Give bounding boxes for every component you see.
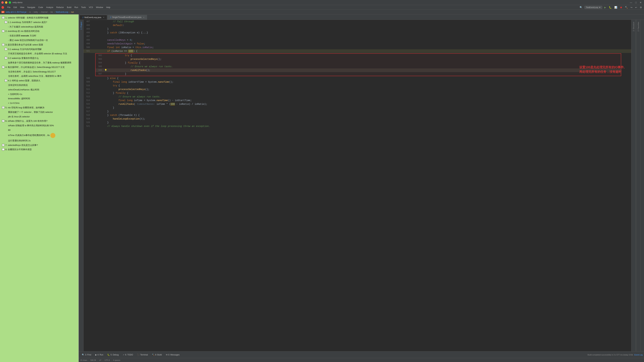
step-over-button[interactable]: ↪ (630, 6, 633, 9)
menu-navigate[interactable]: Navigate (26, 6, 36, 9)
close-dot[interactable] (1, 1, 4, 4)
list-item: 4.1 何时会 select 阻塞，阻塞多久 (2, 79, 76, 82)
build-button[interactable]: 🔨 (624, 6, 628, 9)
checkbox-5[interactable] (2, 106, 4, 109)
event-log-link[interactable]: Event Log (634, 354, 643, 356)
tab-single-thread[interactable]: J SingleThreadEventExecutor.java ✕ (108, 15, 147, 20)
settings-icon[interactable]: ⚙ (639, 6, 643, 9)
checkbox-1[interactable] (2, 16, 4, 19)
breadcrumb-class[interactable]: NioEventLoop (56, 11, 68, 13)
right-scrollbar[interactable] (641, 20, 644, 351)
bottom-tab-run[interactable]: ▶ 4: Run (94, 353, 105, 357)
list-item: 8. 在哪里区分不同事件类型 (2, 148, 76, 152)
project-sidebar-label[interactable]: 1: Project (80, 20, 82, 31)
code-editor[interactable]: 487 // fall through 488 default: 489 } (84, 20, 631, 351)
java-file-icon: J (82, 16, 83, 18)
item-6-text: 6. ioRatio 控制什么，设置为 100 有何作用? (5, 120, 48, 123)
chevron-down-icon[interactable]: ▼ (599, 6, 601, 8)
menu-code[interactable]: Code (37, 6, 44, 9)
bulb-icon[interactable]: 💡 (104, 68, 107, 72)
structure-sidebar-strip[interactable]: 2: Structure (631, 20, 636, 351)
menu-window[interactable]: Window (94, 6, 104, 9)
code-line-487: 487 // fall through (84, 20, 631, 24)
bottom-tab-messages[interactable]: ✉ 0: Messages (164, 353, 181, 357)
checkbox-2[interactable] (2, 30, 4, 32)
checkbox-1-1[interactable] (5, 21, 7, 23)
stop-button[interactable]: ⏹ (619, 6, 623, 9)
checkbox-3[interactable] (2, 44, 4, 46)
menu-run[interactable]: Run (73, 6, 80, 9)
minimize-dot[interactable] (5, 1, 8, 4)
run-button[interactable]: ▶ (604, 6, 607, 9)
breadcrumb-method[interactable]: run (71, 11, 74, 13)
menu-view[interactable]: View (18, 6, 26, 9)
run-config-selector[interactable]: TestEventLoop ▼ (584, 6, 602, 9)
window-controls[interactable] (1, 1, 11, 4)
menu-build[interactable]: Build (66, 6, 73, 9)
breadcrumb-io[interactable]: io (29, 11, 31, 13)
menu-file[interactable]: File (6, 6, 12, 9)
tab-nio-event-loop[interactable]: J NioEventLoop.java ✕ (80, 15, 107, 20)
tab-close-nio[interactable]: ✕ (103, 16, 104, 18)
build-msg-text: Build completed successfully in 3 s 577 … (588, 354, 633, 356)
checkbox-8[interactable] (2, 148, 4, 150)
checkbox-3-2[interactable] (5, 57, 7, 59)
run-tab-label: 4: Run (98, 354, 103, 356)
terminal-tab-label: Terminal (140, 354, 148, 356)
menu-tools[interactable]: Tools (80, 6, 87, 9)
code-line-518: 518 } catch (Throwable t) { (84, 113, 631, 117)
search-toolbar-icon[interactable]: 🔍 (579, 6, 583, 9)
checkbox-6[interactable] (2, 120, 4, 122)
bottom-tab-build[interactable]: 🔨 9: Build (150, 353, 164, 357)
code-line-513: 513 // Ensure we always run tasks. (84, 95, 631, 98)
checkbox-7[interactable] (2, 144, 4, 146)
status-encoding[interactable]: UTF-8 (104, 359, 110, 361)
item-3-1-text: 3.1 wakeup 方法中的代码如何理解 (8, 48, 42, 51)
breadcrumb-netty[interactable]: netty (34, 11, 38, 13)
status-position[interactable]: 506:39 (90, 359, 96, 361)
bottom-tab-todo[interactable]: ✓ 6: TODO (121, 353, 135, 357)
breadcrumb-channel[interactable]: channel (40, 11, 48, 13)
menu-refactor[interactable]: Refactor (55, 6, 65, 9)
bottom-tab-terminal[interactable]: ⬛ Terminal (135, 353, 150, 357)
menu-edit[interactable]: Edit (12, 6, 18, 9)
close-btn[interactable]: ✕ (639, 1, 643, 4)
coverage-button[interactable]: 📊 (614, 6, 618, 9)
status-line-ending[interactable]: LF (99, 359, 102, 361)
structure-sidebar-label[interactable]: 2: Structure (632, 20, 635, 33)
list-item: jdk 在 linux 的 selector (2, 115, 76, 118)
breadcrumb-nio[interactable]: nio (50, 11, 53, 13)
minimize-btn[interactable]: — (629, 1, 633, 4)
project-sidebar-strip[interactable]: 1: Project (79, 20, 84, 351)
status-indent[interactable]: 4 spaces (113, 359, 120, 361)
title-actions[interactable]: — □ ✕ (629, 1, 643, 4)
code-line-521: 521 // Always handle shutdown even if th… (84, 124, 631, 128)
list-item: 7. selectedKeys 优化是怎么回事? (2, 144, 76, 147)
app-icon: 🔴 (1, 6, 4, 9)
debug-bottom-icon: 🐛 (107, 354, 110, 356)
checkbox-3-1[interactable] (5, 48, 7, 50)
code-line-509: 509 final long ioStartTime = System.nano… (84, 80, 631, 84)
menu-vcs[interactable]: VCS (88, 6, 94, 9)
checkbox-4[interactable] (2, 66, 4, 68)
restore-btn[interactable]: □ (634, 1, 638, 4)
menu-help[interactable]: Help (105, 6, 112, 9)
step-into-button[interactable]: ↩ (634, 6, 638, 9)
favorites-sidebar-strip[interactable]: 2: Favorites (636, 20, 641, 351)
menu-analyze[interactable]: Analyze (45, 6, 55, 9)
bottom-tab-find[interactable]: 🔍 3: Find (80, 353, 93, 357)
debug-button[interactable]: 🐛 (608, 6, 612, 9)
jar-name[interactable]: netty-all-4.1.39.Final.jar (6, 11, 26, 13)
bottom-tab-debug[interactable]: 🐛 5: Debug (106, 353, 120, 357)
tab-close-single[interactable]: ✕ (143, 16, 144, 18)
code-line-510: 510 try { (84, 84, 631, 88)
maximize-dot[interactable] (9, 1, 11, 4)
checkbox-4-1[interactable] (5, 79, 7, 82)
code-line-500: 500 final int ioRatio = this.ioRatio; (84, 46, 631, 49)
code-line-511: 511 processSelectedKeys(); (84, 88, 631, 91)
item-7-text: 7. selectedKeys 优化是怎么回事? (5, 144, 38, 147)
list-item: - 当首次调用 execute 方法时 (2, 34, 76, 38)
list-item: = 当前时间+1s (2, 92, 76, 96)
favorites-sidebar-label[interactable]: 2: Favorites (637, 20, 640, 33)
list-item: 运行普通任务的时间 2s (2, 139, 76, 142)
